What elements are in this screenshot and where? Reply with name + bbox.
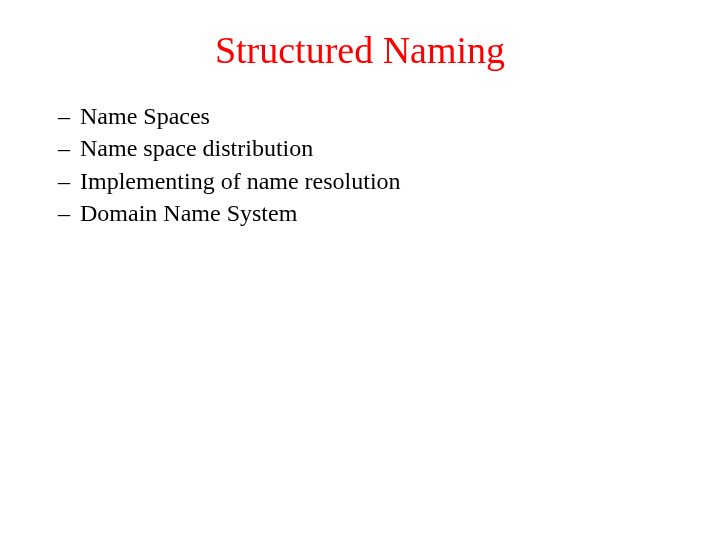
bullet-text: Name Spaces xyxy=(80,100,210,132)
bullet-text: Domain Name System xyxy=(80,197,297,229)
bullet-marker: – xyxy=(58,197,70,229)
list-item: – Name Spaces xyxy=(58,100,670,132)
bullet-text: Name space distribution xyxy=(80,132,313,164)
bullet-marker: – xyxy=(58,165,70,197)
list-item: – Domain Name System xyxy=(58,197,670,229)
list-item: – Implementing of name resolution xyxy=(58,165,670,197)
list-item: – Name space distribution xyxy=(58,132,670,164)
bullet-list: – Name Spaces – Name space distribution … xyxy=(50,100,670,230)
bullet-marker: – xyxy=(58,100,70,132)
bullet-text: Implementing of name resolution xyxy=(80,165,401,197)
slide: Structured Naming – Name Spaces – Name s… xyxy=(0,0,720,540)
bullet-marker: – xyxy=(58,132,70,164)
slide-title: Structured Naming xyxy=(50,28,670,72)
